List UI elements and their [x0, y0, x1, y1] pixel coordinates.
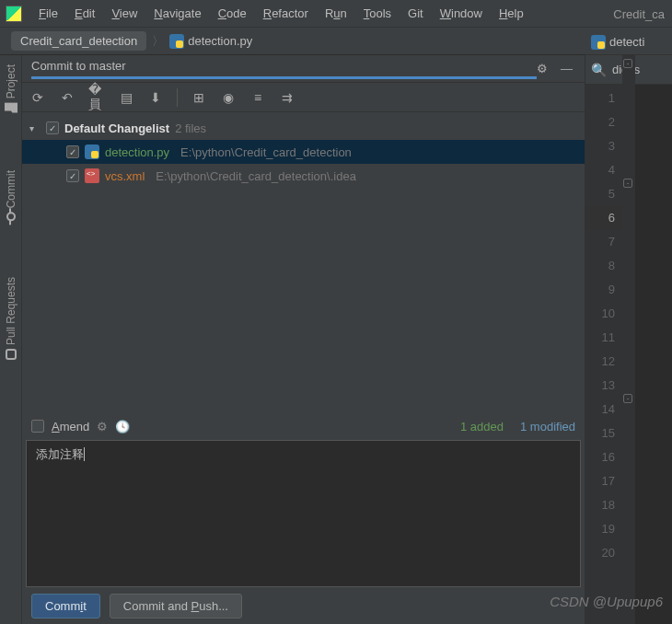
line-num: 14 [585, 398, 615, 422]
xml-file-icon [85, 168, 99, 183]
settings-gear-icon[interactable]: ⚙ [537, 62, 551, 76]
diff-icon[interactable]: �員 [88, 89, 105, 106]
line-num: 13 [585, 374, 615, 398]
file-row-vcsxml[interactable]: vcs.xml E:\python\Credit_card_detection\… [22, 164, 585, 188]
editor-tab[interactable]: detecti [585, 29, 672, 55]
commit-node-icon [6, 213, 16, 222]
line-num: 16 [585, 445, 615, 469]
toolbar-separator [177, 88, 178, 107]
fold-gutter: - - - [622, 55, 635, 624]
changelist-header[interactable]: ▾ Default Changelist 2 files [22, 116, 585, 140]
menu-code[interactable]: Code [211, 3, 254, 24]
commit-message-input[interactable]: 添加注释 [26, 440, 581, 587]
file-checkbox[interactable] [66, 169, 79, 182]
amend-label: Amend [52, 420, 89, 433]
refresh-icon[interactable]: ⟳ [29, 89, 46, 106]
file-checkbox[interactable] [66, 145, 79, 158]
line-num: 9 [585, 278, 615, 302]
line-num: 19 [585, 517, 615, 541]
breadcrumb-separator-icon: 〉 [152, 33, 164, 50]
left-tool-strip: Project Commit Pull Requests [0, 55, 22, 624]
editor-content[interactable] [635, 55, 672, 624]
amend-row: Amend ⚙ 🕓 1 added 1 modified [22, 412, 585, 440]
line-num: 18 [585, 493, 615, 517]
fold-marker-icon[interactable]: - [623, 179, 632, 188]
status-modified: 1 modified [520, 420, 575, 433]
commit-panel: Commit to master ⚙ — ⟳ ↶ �員 ▤ ⬇ ⊞ ◉ ≡ ⇉ … [22, 55, 585, 624]
line-num: 17 [585, 469, 615, 493]
file-path: E:\python\Credit_card_detection\.idea [156, 169, 356, 183]
line-number-gutter: 1 2 3 4 5 6 7 8 9 10 11 12 13 14 15 16 1… [585, 55, 622, 624]
breadcrumb-file-label: detection.py [188, 34, 252, 48]
changelist-count: 2 files [175, 121, 206, 135]
rollback-icon[interactable]: ↶ [59, 89, 75, 106]
menu-tools[interactable]: Tools [356, 3, 399, 24]
file-row-detection[interactable]: detection.py E:\python\Credit_card_detec… [22, 140, 585, 164]
python-file-icon [85, 144, 99, 159]
shelve-icon[interactable]: ⬇ [147, 89, 164, 106]
panel-title: Commit to master [31, 59, 537, 79]
menu-window[interactable]: Window [433, 3, 490, 24]
changelist-checkbox[interactable] [46, 121, 59, 134]
commit-button[interactable]: Commit [31, 594, 100, 618]
editor-area: detecti 🔍 digits 1 2 3 4 5 6 7 8 9 10 11… [585, 55, 672, 624]
pull-request-icon [6, 349, 17, 360]
breadcrumb-file[interactable]: detection.py [169, 34, 252, 49]
menu-edit[interactable]: Edit [67, 3, 102, 24]
line-num: 5 [585, 182, 615, 206]
python-file-icon [591, 35, 606, 50]
collapse-icon[interactable]: ⇉ [279, 89, 295, 106]
menu-navigate[interactable]: Navigate [146, 3, 208, 24]
line-num: 20 [585, 541, 615, 565]
chevron-down-icon[interactable]: ▾ [29, 123, 41, 133]
status-added: 1 added [460, 420, 504, 433]
file-name: vcs.xml [105, 169, 145, 183]
show-diff-icon[interactable]: ◉ [220, 89, 237, 106]
python-file-icon [169, 34, 184, 49]
menu-refactor[interactable]: Refactor [256, 3, 316, 24]
line-num: 8 [585, 254, 615, 278]
commit-and-push-button[interactable]: Commit and Push... [110, 594, 242, 618]
top-right-tab: Credit_ca [606, 0, 672, 28]
amend-checkbox[interactable] [31, 420, 44, 433]
group-icon[interactable]: ⊞ [191, 89, 207, 106]
pycharm-logo-icon [6, 6, 22, 22]
tool-pull-requests[interactable]: Pull Requests [5, 277, 17, 360]
line-num: 4 [585, 158, 615, 182]
line-num: 15 [585, 422, 615, 445]
tool-project[interactable]: Project [5, 64, 17, 115]
commit-toolbar: ⟳ ↶ �員 ▤ ⬇ ⊞ ◉ ≡ ⇉ [22, 83, 585, 112]
menu-git[interactable]: Git [400, 3, 431, 24]
file-path: E:\python\Credit_card_detection [180, 145, 352, 159]
folder-icon [5, 102, 17, 115]
hide-panel-icon[interactable]: — [561, 62, 575, 76]
fold-marker-icon[interactable]: - [623, 394, 632, 403]
changelist-name: Default Changelist [64, 121, 169, 135]
fold-marker-icon[interactable]: - [623, 59, 632, 68]
file-name: detection.py [105, 145, 169, 159]
line-num: 11 [585, 326, 615, 350]
menu-file[interactable]: File [31, 3, 65, 24]
commit-buttons: Commit Commit and Push... [22, 587, 585, 624]
line-num: 3 [585, 134, 615, 158]
breadcrumb-project[interactable]: Credit_card_detection [11, 31, 146, 51]
expand-icon[interactable]: ≡ [249, 89, 266, 106]
options-gear-icon[interactable]: ⚙ [97, 420, 108, 433]
line-num: 1 [585, 87, 615, 110]
history-icon[interactable]: 🕓 [115, 420, 130, 433]
menu-view[interactable]: View [104, 3, 145, 24]
line-num: 7 [585, 230, 615, 254]
editor-tab-label: detecti [609, 35, 644, 49]
line-num: 10 [585, 302, 615, 326]
search-icon[interactable]: 🔍 [591, 63, 607, 77]
menu-help[interactable]: Help [492, 3, 531, 24]
line-num-current: 6 [585, 206, 622, 230]
changelist-icon[interactable]: ▤ [118, 89, 134, 106]
line-num: 2 [585, 110, 615, 134]
menu-bar: File Edit View Navigate Code Refactor Ru… [0, 0, 672, 28]
breadcrumb: Credit_card_detection 〉 detection.py [0, 28, 672, 55]
menu-run[interactable]: Run [318, 3, 354, 24]
commit-message-text: 添加注释 [36, 447, 84, 461]
changelist-tree: ▾ Default Changelist 2 files detection.p… [22, 112, 585, 191]
tool-commit[interactable]: Commit [5, 170, 17, 221]
